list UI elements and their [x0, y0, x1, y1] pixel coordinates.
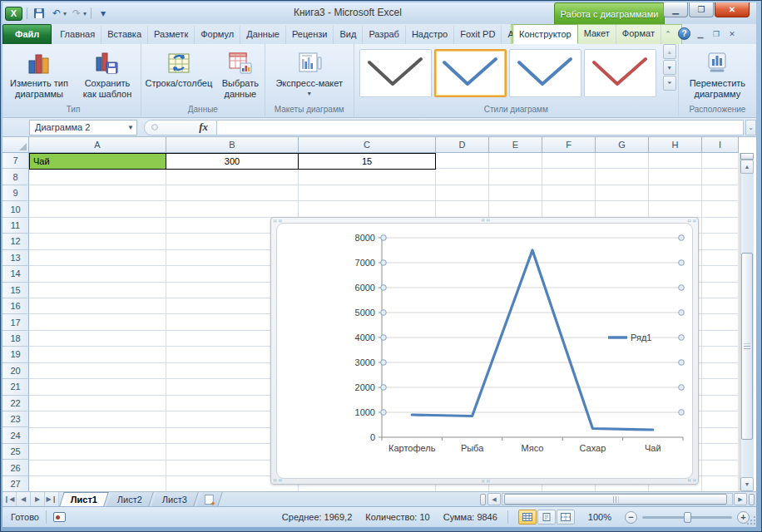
- insert-function-icon[interactable]: fx: [199, 121, 208, 134]
- tab-рецензи[interactable]: Рецензи: [286, 26, 334, 44]
- resize-grip[interactable]: [745, 516, 755, 526]
- undo-icon[interactable]: ↶: [49, 7, 64, 21]
- row-header-15[interactable]: 15: [2, 283, 29, 298]
- customize-qat-icon[interactable]: ▾: [96, 7, 111, 21]
- chart-style-red[interactable]: [584, 49, 656, 97]
- tab-надстро[interactable]: Надстро: [406, 26, 454, 44]
- tab-вид[interactable]: Вид: [334, 26, 363, 44]
- row-header-12[interactable]: 12: [2, 234, 29, 249]
- select-all-corner[interactable]: [2, 137, 29, 153]
- select-data-button[interactable]: Выбрать данные: [217, 47, 264, 100]
- chart-selection-handle[interactable]: ⠿⠿: [481, 219, 490, 223]
- column-header-F[interactable]: F: [542, 137, 596, 153]
- row-header-18[interactable]: 18: [2, 331, 29, 347]
- minimize-button[interactable]: ▁: [663, 2, 688, 17]
- vertical-split-handle[interactable]: [740, 153, 754, 160]
- tab-разраб[interactable]: Разраб: [363, 26, 406, 44]
- excel-logo-icon[interactable]: X: [5, 7, 22, 21]
- sheet-tab-лист1[interactable]: Лист1: [59, 492, 109, 506]
- help-icon[interactable]: ?: [678, 27, 690, 40]
- cell-B7[interactable]: 300: [166, 153, 299, 170]
- chart-selection-handle[interactable]: ⠿⠿: [687, 479, 696, 483]
- row-header-27[interactable]: 27: [2, 476, 29, 491]
- workbook-restore-icon[interactable]: ❐: [710, 28, 722, 40]
- zoom-out-icon[interactable]: −: [625, 511, 637, 524]
- tab-макет[interactable]: Макет: [578, 24, 616, 44]
- column-header-I[interactable]: I: [702, 137, 739, 153]
- column-header-G[interactable]: G: [596, 137, 649, 153]
- horizontal-scrollbar[interactable]: ◀ ▶: [478, 492, 756, 506]
- change-chart-type-button[interactable]: Изменить тип диаграммы: [6, 47, 72, 100]
- move-chart-button[interactable]: Переместить диаграмму: [681, 47, 753, 100]
- record-macro-icon[interactable]: [53, 512, 66, 522]
- name-box-dropdown-icon[interactable]: ▼: [127, 124, 134, 131]
- save-icon[interactable]: [32, 7, 47, 21]
- scroll-up-icon[interactable]: ▲: [740, 160, 754, 174]
- tab-конструктор[interactable]: Конструктор: [512, 24, 578, 44]
- chart-selection-handle[interactable]: ⠿⠿: [687, 219, 696, 224]
- expand-formula-bar-icon[interactable]: ⌄: [745, 120, 756, 135]
- save-as-template-button[interactable]: Сохранить как шаблон: [74, 47, 141, 100]
- last-sheet-icon[interactable]: ▶❙: [45, 492, 59, 506]
- row-header-8[interactable]: 8: [2, 169, 29, 185]
- tab-разметк[interactable]: Разметк: [148, 26, 195, 44]
- row-header-19[interactable]: 19: [2, 347, 29, 362]
- tab-file[interactable]: Файл: [2, 24, 52, 44]
- formula-input[interactable]: [217, 120, 744, 135]
- quick-layout-button[interactable]: Экспресс-макет ▾: [270, 47, 349, 97]
- redo-icon[interactable]: ↷: [69, 7, 84, 21]
- restore-button[interactable]: ❐: [689, 2, 714, 17]
- tab-формул[interactable]: Формул: [195, 26, 240, 44]
- scroll-right-icon[interactable]: ▶: [734, 493, 747, 505]
- tab-foxit pd[interactable]: Foxit PD: [454, 26, 502, 44]
- row-header-25[interactable]: 25: [2, 444, 29, 460]
- tab-главная[interactable]: Главная: [54, 26, 101, 44]
- sheet-tab-лист3[interactable]: Лист3: [151, 492, 199, 506]
- column-header-D[interactable]: D: [436, 137, 489, 153]
- horizontal-split-handle[interactable]: [749, 494, 755, 505]
- cell-A7[interactable]: Чай: [29, 153, 166, 170]
- switch-row-column-button[interactable]: Строка/столбец: [142, 47, 215, 89]
- first-sheet-icon[interactable]: ❙◀: [2, 492, 17, 506]
- gallery-more-icon[interactable]: ⏷: [663, 76, 676, 91]
- row-header-20[interactable]: 20: [2, 363, 29, 379]
- prev-sheet-icon[interactable]: ◀: [17, 492, 31, 506]
- horizontal-scroll-thumb[interactable]: [504, 494, 727, 505]
- close-button[interactable]: ✕: [715, 2, 750, 17]
- page-break-view-icon[interactable]: [557, 510, 575, 525]
- row-header-21[interactable]: 21: [2, 379, 29, 395]
- row-header-11[interactable]: 11: [2, 218, 29, 234]
- row-header-7[interactable]: 7: [2, 153, 29, 169]
- column-header-B[interactable]: B: [166, 137, 299, 153]
- gallery-scroll-down-icon[interactable]: ▼: [663, 60, 676, 75]
- scroll-down-icon[interactable]: ▼: [740, 477, 754, 491]
- name-box[interactable]: Диаграмма 2 ▼: [29, 120, 137, 135]
- column-header-C[interactable]: C: [299, 137, 436, 153]
- gallery-scroll-up-icon[interactable]: ▲: [663, 44, 676, 59]
- row-header-23[interactable]: 23: [2, 411, 29, 427]
- zoom-slider-thumb[interactable]: [684, 512, 691, 523]
- row-header-26[interactable]: 26: [2, 460, 29, 475]
- row-header-17[interactable]: 17: [2, 314, 29, 330]
- undo-dropdown-icon[interactable]: ▾: [63, 10, 67, 17]
- row-header-16[interactable]: 16: [2, 298, 29, 314]
- column-header-E[interactable]: E: [489, 137, 542, 153]
- page-layout-view-icon[interactable]: [537, 510, 556, 525]
- tab-split-handle[interactable]: [480, 494, 486, 505]
- row-header-14[interactable]: 14: [2, 266, 29, 282]
- insert-sheet-tab[interactable]: [196, 492, 223, 506]
- sheet-tab-лист2[interactable]: Лист2: [106, 492, 154, 506]
- chart-style-blue2[interactable]: [509, 49, 581, 97]
- cell-C7[interactable]: 15: [298, 153, 436, 170]
- tab-формат[interactable]: Формат: [616, 24, 661, 44]
- row-header-13[interactable]: 13: [2, 250, 29, 266]
- workbook-close-icon[interactable]: ✕: [726, 28, 738, 40]
- column-header-A[interactable]: A: [29, 137, 166, 153]
- chart-style-blue-selected[interactable]: [434, 49, 507, 97]
- collapse-ribbon-icon[interactable]: ⌃: [662, 28, 674, 40]
- chart-style-dark[interactable]: [359, 49, 432, 97]
- zoom-slider-track[interactable]: [642, 516, 732, 519]
- scroll-left-icon[interactable]: ◀: [487, 493, 501, 505]
- vertical-scroll-thumb[interactable]: [741, 253, 753, 440]
- workbook-minimize-icon[interactable]: ▁: [695, 28, 706, 40]
